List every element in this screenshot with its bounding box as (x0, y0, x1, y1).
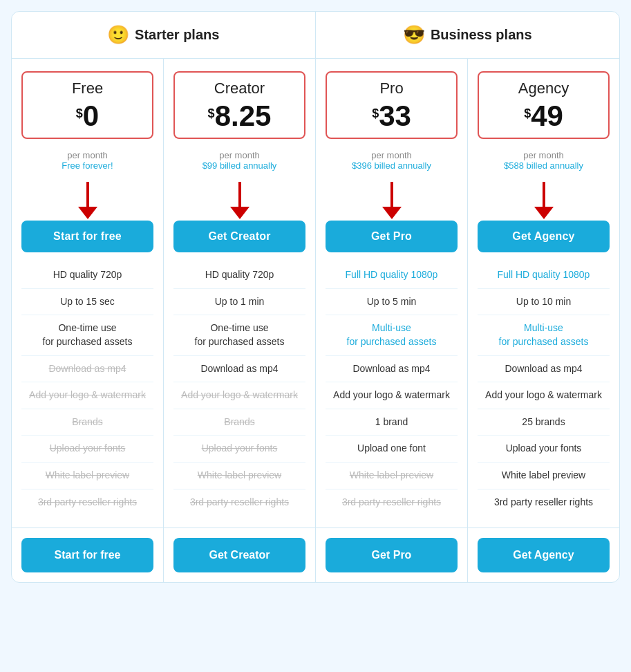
free-arrow-icon (73, 182, 103, 219)
plan-agency: Agency $49 per month $588 billed annuall… (468, 59, 619, 528)
creator-arrow-icon (225, 182, 255, 219)
creator-price: $8.25 (180, 100, 299, 132)
pro-cta-top-button[interactable]: Get Pro (326, 221, 458, 252)
pro-feature-7: White label preview (326, 463, 458, 489)
plan-free: Free $0 per month Free forever! Start fo… (12, 59, 164, 528)
business-header: 😎 Business plans (316, 12, 620, 58)
pro-name: Pro (332, 80, 451, 97)
agency-cta-top-button[interactable]: Get Agency (478, 221, 610, 252)
free-feature-5: Brands (21, 409, 153, 436)
free-cta-top-button[interactable]: Start for free (21, 221, 153, 252)
agency-feature-3: Download as mp4 (478, 356, 610, 383)
svg-marker-1 (78, 207, 97, 219)
free-feature-4: Add your logo & watermark (21, 382, 153, 409)
agency-cta-bottom-button[interactable]: Get Agency (478, 538, 610, 572)
creator-feature-4: Add your logo & watermark (173, 382, 305, 409)
pro-name-box: Pro $33 (326, 71, 458, 139)
pro-feature-3: Download as mp4 (326, 356, 458, 383)
pro-per-month: per month (371, 150, 412, 160)
plans-grid: Free $0 per month Free forever! Start fo… (12, 59, 619, 528)
free-feature-1: Up to 15 sec (21, 289, 153, 316)
pro-feature-5: 1 brand (326, 409, 458, 436)
pro-feature-4: Add your logo & watermark (326, 382, 458, 409)
free-billed: Free forever! (62, 160, 113, 173)
creator-per-month: per month (219, 150, 260, 160)
agency-feature-4: Add your logo & watermark (478, 382, 610, 409)
creator-arrow-container (225, 181, 255, 219)
creator-feature-0: HD quality 720p (173, 262, 305, 289)
free-price: $0 (28, 100, 147, 132)
pro-feature-8: 3rd party reseller rights (326, 489, 458, 516)
plan-pro: Pro $33 per month $396 billed annually G… (316, 59, 468, 528)
free-name: Free (28, 80, 147, 97)
creator-feature-2: One-time usefor purchased assets (173, 315, 305, 355)
agency-feature-8: 3rd party reseller rights (478, 489, 610, 516)
agency-price: $49 (484, 100, 603, 132)
free-feature-6: Upload your fonts (21, 436, 153, 463)
agency-feature-7: White label preview (478, 463, 610, 489)
pro-arrow-container (377, 181, 407, 219)
creator-cta-top-button[interactable]: Get Creator (173, 221, 305, 252)
creator-bottom-col: Get Creator (164, 528, 316, 582)
creator-feature-1: Up to 1 min (173, 289, 305, 316)
pro-feature-2: Multi-usefor purchased assets (326, 315, 458, 355)
creator-feature-6: Upload your fonts (173, 436, 305, 463)
free-feature-3: Download as mp4 (21, 356, 153, 383)
agency-name: Agency (484, 80, 603, 97)
creator-feature-3: Download as mp4 (173, 356, 305, 383)
agency-features: Full HD quality 1080p Up to 10 min Multi… (478, 262, 610, 515)
free-features: HD quality 720p Up to 15 sec One-time us… (21, 262, 153, 515)
free-feature-7: White label preview (21, 463, 153, 489)
plan-creator: Creator $8.25 per month $99 billed annua… (164, 59, 316, 528)
svg-marker-3 (230, 207, 249, 219)
creator-feature-8: 3rd party reseller rights (173, 489, 305, 516)
creator-feature-5: Brands (173, 409, 305, 436)
pro-arrow-icon (377, 182, 407, 219)
pricing-page: 🙂 Starter plans 😎 Business plans Free $0… (11, 11, 620, 583)
creator-cta-bottom-button[interactable]: Get Creator (173, 538, 305, 572)
pro-feature-0: Full HD quality 1080p (326, 262, 458, 289)
free-bottom-col: Start for free (12, 528, 164, 582)
creator-features: HD quality 720p Up to 1 min One-time use… (173, 262, 305, 515)
agency-arrow-icon (529, 182, 559, 219)
pro-features: Full HD quality 1080p Up to 5 min Multi-… (326, 262, 458, 515)
pro-feature-6: Upload one font (326, 436, 458, 463)
starter-emoji: 🙂 (107, 24, 129, 46)
free-feature-2: One-time usefor purchased assets (21, 315, 153, 355)
creator-name: Creator (180, 80, 299, 97)
agency-per-month: per month (523, 150, 564, 160)
free-cta-bottom-button[interactable]: Start for free (21, 538, 153, 572)
free-arrow-container (73, 181, 103, 219)
creator-billed: $99 billed annually (203, 160, 277, 173)
pro-cta-bottom-button[interactable]: Get Pro (326, 538, 458, 572)
pro-bottom-col: Get Pro (316, 528, 468, 582)
agency-feature-1: Up to 10 min (478, 289, 610, 316)
agency-feature-2: Multi-usefor purchased assets (478, 315, 610, 355)
agency-feature-0: Full HD quality 1080p (478, 262, 610, 289)
svg-marker-5 (382, 207, 402, 219)
agency-bottom-col: Get Agency (468, 528, 619, 582)
creator-feature-7: White label preview (173, 463, 305, 489)
agency-name-box: Agency $49 (478, 71, 610, 139)
free-feature-0: HD quality 720p (21, 262, 153, 289)
business-emoji: 😎 (403, 24, 425, 46)
agency-arrow-container (529, 181, 559, 219)
creator-name-box: Creator $8.25 (173, 71, 305, 139)
free-name-box: Free $0 (21, 71, 153, 139)
starter-header: 🙂 Starter plans (12, 12, 316, 58)
agency-feature-5: 25 brands (478, 409, 610, 436)
pro-feature-1: Up to 5 min (326, 289, 458, 316)
free-per-month: per month (67, 150, 108, 160)
free-feature-8: 3rd party reseller rights (21, 489, 153, 516)
agency-feature-6: Upload your fonts (478, 436, 610, 463)
business-label: Business plans (431, 27, 532, 43)
pro-billed: $396 billed annually (352, 160, 431, 173)
bottom-btn-row: Start for free Get Creator Get Pro Get A… (12, 528, 619, 582)
agency-billed: $588 billed annually (504, 160, 583, 173)
pro-price: $33 (332, 100, 451, 132)
starter-label: Starter plans (135, 27, 219, 43)
svg-marker-7 (534, 207, 554, 219)
plans-header: 🙂 Starter plans 😎 Business plans (12, 12, 619, 59)
